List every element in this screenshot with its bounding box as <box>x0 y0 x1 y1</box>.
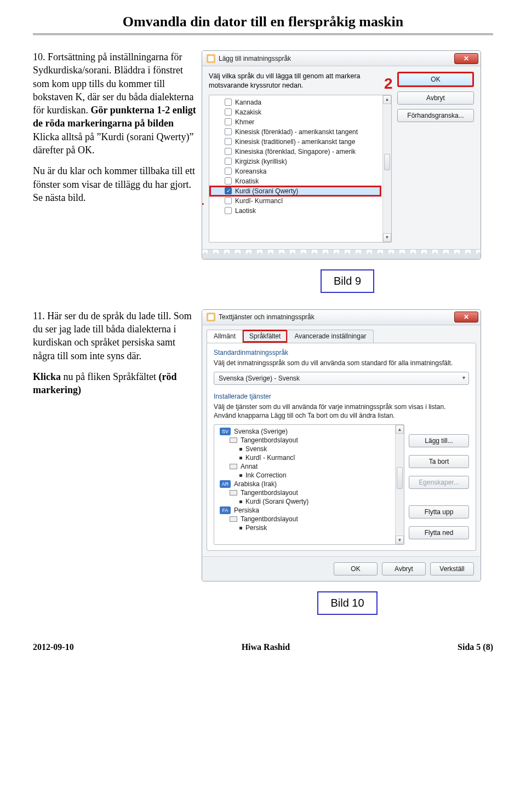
checkbox[interactable] <box>225 197 232 204</box>
language-list[interactable]: KannadaKazakiskKhmerKinesisk (förenklad)… <box>209 95 392 243</box>
footer-date: 2012-09-10 <box>33 642 74 652</box>
window-icon <box>207 54 215 63</box>
properties-button[interactable]: Egenskaper... <box>409 476 469 489</box>
close-button[interactable]: ✕ <box>454 312 478 323</box>
scroll-thumb[interactable] <box>397 467 403 489</box>
ok-button[interactable]: OK <box>397 72 474 87</box>
scroll-down-icon[interactable]: ▼ <box>396 535 404 544</box>
bullet-icon <box>239 457 242 459</box>
language-item[interactable]: Kirgizisk (kyrillisk) <box>209 157 391 166</box>
scrollbar[interactable]: ▲ ▼ <box>382 95 391 242</box>
step11-text: 11. Här ser du de språk du lade till. So… <box>33 309 197 397</box>
service-label: Tangentbordslayout <box>241 436 298 444</box>
checkbox[interactable] <box>225 118 232 125</box>
service-row[interactable]: Annat <box>214 462 404 471</box>
add-button[interactable]: Lägg till... <box>409 434 469 447</box>
step10-number: 10. <box>33 51 45 62</box>
bullet-icon <box>239 448 242 451</box>
footer-page: Sida 5 (8) <box>458 642 493 652</box>
scroll-thumb[interactable] <box>384 154 390 170</box>
service-row[interactable]: SVSvenska (Sverige) <box>214 427 404 436</box>
scroll-down-icon[interactable]: ▼ <box>383 233 391 242</box>
service-row[interactable]: Kurdi (Sorani Qwerty) <box>214 497 404 506</box>
scroll-up-icon[interactable]: ▲ <box>383 95 391 104</box>
language-item[interactable]: ✓Kurdi (Sorani Qwerty) <box>209 186 381 197</box>
checkbox[interactable] <box>225 148 232 155</box>
tab-general[interactable]: Allmänt <box>207 330 243 343</box>
service-row[interactable]: Tangentbordslayout <box>214 488 404 497</box>
marker-2: 2 <box>384 75 393 93</box>
window-icon <box>207 313 215 321</box>
checkbox[interactable] <box>225 207 232 214</box>
language-item[interactable]: Kinesiska (förenklad, Singapore) - ameri… <box>209 147 391 157</box>
cancel-button[interactable]: Avbryt <box>397 91 474 105</box>
tab-language-bar[interactable]: Språkfältet <box>242 330 288 343</box>
bullet-icon <box>239 474 242 477</box>
preview-button[interactable]: Förhandsgranska... <box>397 109 474 122</box>
remove-button[interactable]: Ta bort <box>409 455 469 468</box>
service-label: Ink Correction <box>245 471 287 479</box>
default-language-combo[interactable]: Svenska (Sverige) - Svensk <box>214 372 469 385</box>
language-item[interactable]: Khmer <box>209 117 391 127</box>
service-row[interactable]: Ink Correction <box>214 471 404 480</box>
service-label: Persiska <box>234 506 259 514</box>
services-tree[interactable]: SVSvenska (Sverige)TangentbordslayoutSve… <box>214 424 404 545</box>
service-label: Tangentbordslayout <box>241 489 298 497</box>
language-item[interactable]: Laotisk <box>209 206 391 216</box>
step11-p2a: Klicka <box>33 371 64 382</box>
scroll-up-icon[interactable]: ▲ <box>396 425 404 434</box>
keyboard-icon <box>230 516 237 522</box>
language-item-label: Kurdi (Sorani Qwerty) <box>235 187 298 195</box>
apply-button[interactable]: Verkställ <box>430 562 474 575</box>
language-item[interactable]: Kurdî- Kurmancî <box>209 196 391 206</box>
service-label: Arabiska (Irak) <box>234 480 277 488</box>
dialog2-title: Texttjänster och inmatningsspråk <box>219 313 315 321</box>
ok-button[interactable]: OK <box>334 562 378 575</box>
language-item[interactable]: Kinesisk (traditionell) - amerikanskt ta… <box>209 137 391 147</box>
checkbox[interactable] <box>225 128 232 135</box>
checkbox[interactable] <box>225 177 232 185</box>
language-item[interactable]: Kinesisk (förenklad) - amerikanskt tange… <box>209 127 391 137</box>
checkbox[interactable] <box>225 99 232 106</box>
language-badge: SV <box>220 428 231 435</box>
service-row[interactable]: FAPersiska <box>214 506 404 515</box>
checkbox[interactable] <box>225 138 232 145</box>
service-row[interactable]: Tangentbordslayout <box>214 515 404 523</box>
page-footer: 2012-09-10 Hiwa Rashid Sida 5 (8) <box>33 642 493 652</box>
cancel-button[interactable]: Avbryt <box>382 562 426 575</box>
language-item-label: Kazakisk <box>235 108 261 116</box>
language-item-label: Kurdî- Kurmancî <box>235 197 283 205</box>
language-item[interactable]: Kroatisk <box>209 176 391 186</box>
service-row[interactable]: Tangentbordslayout <box>214 436 404 445</box>
checkbox[interactable] <box>225 158 232 165</box>
language-item[interactable]: Kazakisk <box>209 107 391 117</box>
service-row[interactable]: ARArabiska (Irak) <box>214 480 404 488</box>
move-up-button[interactable]: Flytta upp <box>409 505 469 519</box>
move-down-button[interactable]: Flytta ned <box>409 526 469 539</box>
service-row[interactable]: Kurdî - Kurmancî <box>214 453 404 462</box>
language-item[interactable]: Koreanska <box>209 166 391 176</box>
scrollbar[interactable]: ▲ ▼ <box>395 425 404 544</box>
service-label: Tangentbordslayout <box>241 515 298 523</box>
language-item-label: Khmer <box>235 118 254 126</box>
figure-label-10: Bild 10 <box>317 591 377 615</box>
tab-advanced[interactable]: Avancerade inställningar <box>287 330 373 343</box>
tab-panel-general: Standardinmatningsspråk Välj det inmatni… <box>207 343 476 551</box>
figure-label-9: Bild 9 <box>321 269 374 293</box>
bullet-icon <box>239 527 242 529</box>
service-row[interactable]: Svensk <box>214 445 404 453</box>
step10-p1c: Klicka alltså på ”Kurdi (sorani Qwerty)”… <box>33 131 193 156</box>
checkbox[interactable] <box>225 168 232 175</box>
close-icon: ✕ <box>464 313 469 321</box>
checkbox[interactable]: ✓ <box>225 187 232 194</box>
keyboard-icon <box>230 464 237 469</box>
step10-text: 10. Fortsättning på inställningarna för … <box>33 50 197 204</box>
language-item-label: Kinesiska (förenklad, Singapore) - ameri… <box>235 148 356 156</box>
close-button[interactable]: ✕ <box>454 53 478 64</box>
service-row[interactable]: Persisk <box>214 523 404 532</box>
step10-p2: Nu är du klar och kommer tillbaka till e… <box>33 164 197 204</box>
language-item-label: Kirgizisk (kyrillisk) <box>235 158 287 165</box>
service-label: Persisk <box>245 524 267 532</box>
language-item[interactable]: Kannada <box>209 97 391 107</box>
checkbox[interactable] <box>225 108 232 116</box>
